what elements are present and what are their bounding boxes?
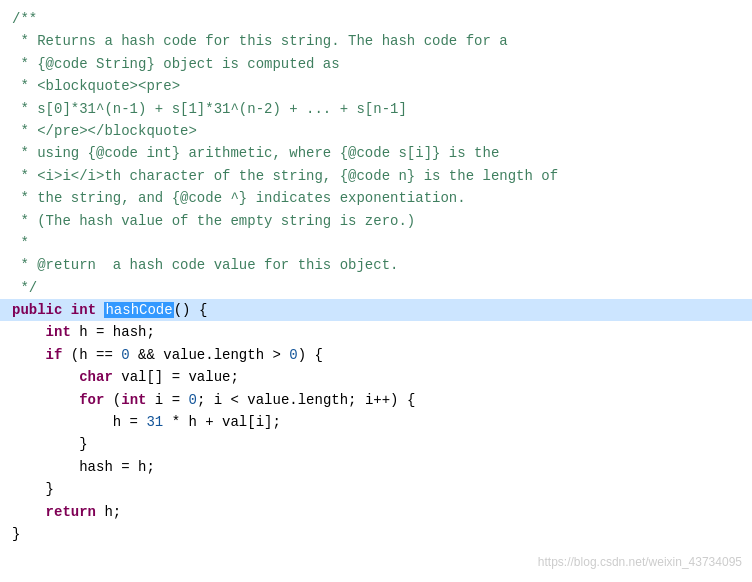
code-line-4: * <blockquote><pre> <box>0 75 752 97</box>
code-line-10: * (The hash value of the empty string is… <box>0 210 752 232</box>
code-line-9: * the string, and {@code ^} indicates ex… <box>0 187 752 209</box>
code-line-8: * <i>i</i>th character of the string, {@… <box>0 165 752 187</box>
code-line-1: /** <box>0 8 752 30</box>
code-line-15: int h = hash; <box>0 321 752 343</box>
code-line-5: * s[0]*31^(n-1) + s[1]*31^(n-2) + ... + … <box>0 98 752 120</box>
code-line-16: if (h == 0 && value.length > 0) { <box>0 344 752 366</box>
code-line-23: } <box>0 478 752 500</box>
code-line-20: h = 31 * h + val[i]; <box>0 411 752 433</box>
code-line-21: } <box>0 433 752 455</box>
code-line-13: */ <box>0 277 752 299</box>
code-line-25: } <box>0 523 752 545</box>
watermark: https://blog.csdn.net/weixin_43734095 <box>538 553 742 572</box>
code-line-17: char val[] = value; <box>0 366 752 388</box>
code-line-12: * @return a hash code value for this obj… <box>0 254 752 276</box>
code-line-7: * using {@code int} arithmetic, where {@… <box>0 142 752 164</box>
code-line-14: public int hashCode() { <box>0 299 752 321</box>
code-line-22: hash = h; <box>0 456 752 478</box>
code-container: /** * Returns a hash code for this strin… <box>0 0 752 582</box>
code-line-24: return h; <box>0 501 752 523</box>
code-line-3: * {@code String} object is computed as <box>0 53 752 75</box>
code-line-19: for (int i = 0; i < value.length; i++) { <box>0 389 752 411</box>
code-line-6: * </pre></blockquote> <box>0 120 752 142</box>
code-line-2: * Returns a hash code for this string. T… <box>0 30 752 52</box>
code-line-11: * <box>0 232 752 254</box>
